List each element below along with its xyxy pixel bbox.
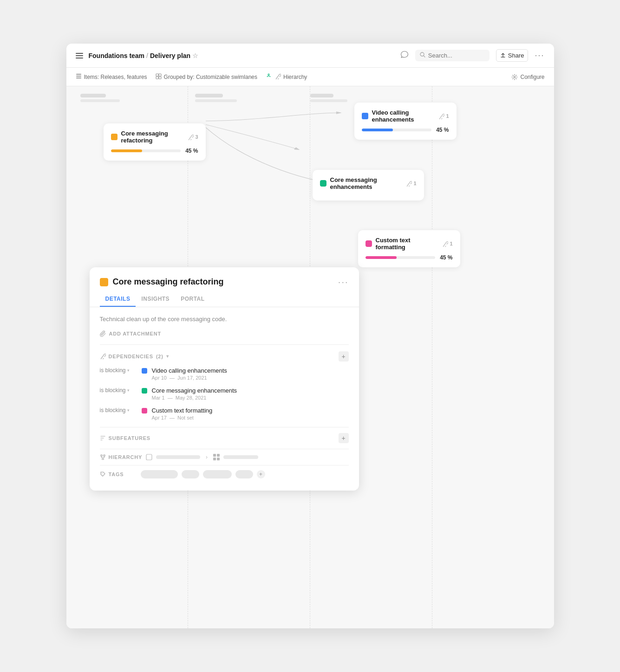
svg-line-1 [424,56,425,58]
hierarchy-label: HIERARCHY [100,454,143,460]
menu-icon[interactable] [76,53,83,58]
dep-relation-1[interactable]: is blocking ▾ [100,367,137,374]
svg-rect-2 [76,74,81,75]
dependency-arrows [66,86,554,263]
add-subfeature-button[interactable]: + [339,433,349,443]
dep-dot-2 [142,388,147,394]
hierarchy-link-icon [275,73,281,81]
svg-rect-8 [159,77,161,79]
dep-relation-text-3: is blocking [100,407,126,414]
subfeatures-header: SUBFEATURES + [100,427,349,449]
card-dep-count: 1 [413,181,416,186]
add-dependency-button[interactable]: + [339,351,349,362]
breadcrumb-team[interactable]: Foundations team [89,52,145,59]
search-box[interactable] [415,50,489,61]
hierarchy-icon [266,73,272,81]
dep-name-1[interactable]: Video calling enhancements [152,367,349,374]
tag-pill-2[interactable] [182,470,199,478]
header: Foundations team / Delivery plan ☆ [66,44,554,68]
swimlane-col-4 [432,86,554,628]
items-label: Items: Releases, features [84,74,147,80]
dep-dates-2: Mar 1 — May 28, 2021 [152,395,349,401]
card-title: Custom text formatting 1 [365,237,453,251]
detail-more-icon[interactable]: ··· [338,277,349,287]
col-header-bar [310,94,333,97]
dep-name-3[interactable]: Custom text formatting [152,407,349,414]
col-header-subbar [80,99,120,102]
card-deps: 1 [406,181,416,187]
tab-insights[interactable]: INSIGHTS [136,292,175,307]
detail-body: Technical clean up of the core messaging… [90,307,359,491]
hierarchy-icon [100,454,106,460]
add-tag-button[interactable]: + [257,470,265,478]
detail-icon [100,278,108,286]
dep-relation-text-1: is blocking [100,367,126,374]
col-header-subbar [310,99,347,102]
dep-relation-3[interactable]: is blocking ▾ [100,407,137,414]
card-core-messaging[interactable]: Core messaging refactoring 3 45 % [104,123,206,161]
dep-name-2[interactable]: Core messaging enhancements [152,387,349,394]
hierarchy-arrow-icon: › [206,454,208,460]
dep-date-end-1: Jun 17, 2021 [177,375,207,381]
col-header-1 [80,94,196,102]
app-window: Foundations team / Delivery plan ☆ [66,44,554,628]
col-headers [66,86,554,102]
dep-info-1: Video calling enhancements Apr 10 — Jun … [152,367,349,381]
tags-text: TAGS [109,472,124,477]
favorite-star-icon[interactable]: ☆ [192,52,198,59]
hierarchy-path-placeholder [156,455,200,459]
card-progress-fill [365,256,397,259]
detail-panel: Core messaging refactoring ··· DETAILS I… [90,267,359,491]
card-title: Core messaging refactoring 3 [111,130,198,144]
dep-info-3: Custom text formatting Apr 17 — Not set [152,407,349,420]
tab-portal[interactable]: PORTAL [175,292,210,307]
dep-relation-chevron-1: ▾ [127,368,130,373]
dep-date-start-1: Apr 10 [152,375,167,381]
configure-button[interactable]: Configure [511,74,544,80]
toolbar-items[interactable]: Items: Releases, features [76,73,147,81]
search-input[interactable] [428,52,485,59]
tag-pill-1[interactable] [141,470,178,478]
card-progress-pct: 45 % [436,127,449,133]
tab-details[interactable]: DETAILS [100,292,136,307]
svg-point-9 [268,74,269,75]
share-button[interactable]: Share [496,49,529,62]
subfeatures-label: SUBFEATURES [100,435,151,441]
hierarchy-dest-placeholder [223,455,258,459]
comment-icon[interactable] [400,51,409,61]
card-color-icon [320,180,326,187]
card-video-calling[interactable]: Video calling enhancements 1 45 % [354,103,457,140]
more-options-icon[interactable]: ··· [535,51,544,60]
add-attachment-label: ADD ATTACHMENT [109,331,161,336]
card-title: Core messaging enhancements 1 [320,176,417,190]
hierarchy-box-icon [146,454,152,460]
svg-rect-5 [156,74,158,76]
card-core-messaging-enh[interactable]: Core messaging enhancements 1 [313,170,424,200]
tag-pill-3[interactable] [203,470,232,478]
svg-rect-6 [159,74,161,76]
col-header-bar [80,94,106,97]
dep-dates-1: Apr 10 — Jun 17, 2021 [152,375,349,381]
dep-relation-chevron-3: ▾ [127,408,130,413]
toolbar-hierarchy[interactable]: Hierarchy [266,73,307,81]
dep-date-end-2: May 28, 2021 [176,395,207,401]
hierarchy-row: HIERARCHY › [100,449,349,465]
dep-chevron-icon[interactable]: ▾ [166,354,169,359]
dep-date-start-3: Apr 17 [152,415,167,420]
dep-relation-2[interactable]: is blocking ▾ [100,387,137,394]
card-progress-pct: 45 % [440,254,452,261]
card-progress-pct: 45 % [185,148,198,154]
breadcrumb-page[interactable]: Delivery plan [150,52,190,59]
detail-description: Technical clean up of the core messaging… [100,315,349,324]
dep-date-start-2: Mar 1 [152,395,165,401]
dependency-item-3: is blocking ▾ Custom text formatting Apr… [100,407,349,420]
breadcrumb-separator: / [146,52,148,59]
card-progress-bar [362,129,432,131]
tag-pill-4[interactable] [235,470,253,478]
add-attachment-link[interactable]: ADD ATTACHMENT [100,330,349,337]
divider [100,344,349,345]
dep-count: (2) [156,354,163,359]
tags-row: TAGS + [100,465,349,483]
card-custom-text[interactable]: Custom text formatting 1 45 % [358,230,460,267]
toolbar-grouped[interactable]: Grouped by: Customizable swimlanes [156,73,257,81]
